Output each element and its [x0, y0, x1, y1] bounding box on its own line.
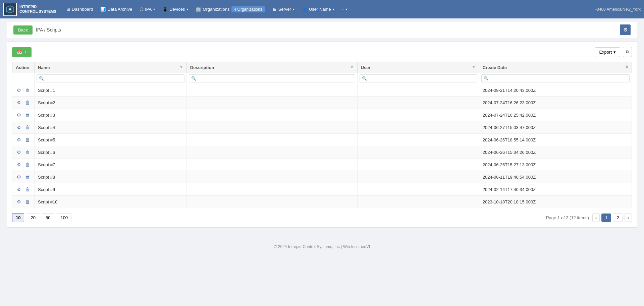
add-script-button[interactable]: 📅 + [12, 47, 32, 57]
brand-logo [3, 3, 17, 16]
action-cell-3: ⚙ 🗑 [12, 121, 35, 134]
nav-user[interactable]: 👤 User Name ▾ [299, 5, 338, 14]
ipa-icon: ⬡ [140, 7, 143, 12]
col-header-name: Name ▼ [35, 62, 187, 73]
nav-data-archive[interactable]: 📊 Data Archive [97, 5, 136, 14]
page-size-100[interactable]: 100 [57, 213, 71, 222]
timezone-display: -0400 America/New_York [595, 7, 641, 12]
page-size-50[interactable]: 50 [42, 213, 54, 222]
date-search-input[interactable] [481, 74, 630, 82]
nav-devices[interactable]: 📱 Devices ▾ [159, 5, 192, 14]
date-cell-7: 2024-06-11T19:40:54.000Z [479, 171, 632, 183]
nav-plus[interactable]: + ▾ [338, 5, 351, 14]
name-search-input[interactable] [37, 74, 184, 82]
action-cell-7: ⚙ 🗑 [12, 171, 35, 183]
delete-button-6[interactable]: 🗑 [24, 161, 31, 168]
gear-button-4[interactable]: ⚙ [16, 136, 22, 143]
main-content: 📅 + Export ▾ ⧉ Action Name ▼ [7, 42, 637, 228]
user-caret: ▾ [333, 7, 334, 11]
gear-button-6[interactable]: ⚙ [16, 161, 22, 168]
user-icon: 👤 [302, 7, 307, 12]
footer: © 2024 Intrepid Control Systems, Inc | W… [0, 238, 644, 256]
date-cell-2: 2024-07-24T16:25:42.000Z [479, 109, 632, 121]
nav-organizations[interactable]: 🏢 Organizations 4 Organizations [192, 4, 268, 14]
description-filter-icon[interactable]: ▼ [350, 65, 354, 69]
calendar-icon: 📅 [17, 50, 22, 55]
back-button[interactable]: Back [13, 25, 33, 35]
gear-button-5[interactable]: ⚙ [16, 148, 22, 156]
breadcrumb-bar: Back IPA / Scripts ⚙ [7, 22, 637, 38]
copy-icon: ⧉ [626, 49, 629, 54]
table-body: ⚙ 🗑 Script #1 2024-08-21T14:20:43.000Z ⚙… [12, 84, 632, 208]
name-cell-2: Script #3 [35, 109, 187, 121]
plus-icon: + [24, 50, 27, 55]
gear-button-2[interactable]: ⚙ [16, 111, 22, 119]
delete-button-1[interactable]: 🗑 [24, 99, 31, 106]
delete-button-8[interactable]: 🗑 [24, 186, 31, 193]
table-row: ⚙ 🗑 Script #6 2024-06-26T15:34:26.000Z [12, 146, 632, 159]
user-filter-icon[interactable]: ▼ [472, 65, 476, 69]
organizations-icon: 🏢 [196, 7, 201, 12]
table-row: ⚙ 🗑 Script #1 2024-08-21T14:20:43.000Z [12, 84, 632, 97]
user-cell-0 [357, 84, 479, 97]
action-cell-8: ⚙ 🗑 [12, 183, 35, 196]
prev-page-button[interactable]: ‹ [592, 213, 600, 222]
name-search-cell [35, 73, 187, 84]
breadcrumb-settings-button[interactable]: ⚙ [620, 24, 631, 35]
pagination-bar: 10 20 50 100 Page 1 of 2 (12 items) ‹ 1 … [12, 213, 632, 222]
plus-caret: ▾ [346, 7, 347, 11]
delete-button-7[interactable]: 🗑 [24, 173, 31, 181]
page-size-10[interactable]: 10 [12, 213, 24, 222]
name-cell-7: Script #8 [35, 171, 187, 183]
page-2-button[interactable]: 2 [613, 213, 623, 222]
nav-dashboard[interactable]: ⊞ Dashboard [63, 5, 97, 14]
delete-button-9[interactable]: 🗑 [24, 198, 31, 205]
gear-button-0[interactable]: ⚙ [16, 86, 22, 94]
organizations-badge: 4 Organizations [231, 6, 265, 12]
description-cell-5 [186, 146, 357, 159]
col-header-user: User ▼ [357, 62, 479, 73]
date-sort-icon[interactable]: ⇅ [625, 65, 628, 69]
date-cell-8: 2024-02-14T17:40:34.000Z [479, 183, 632, 196]
user-cell-7 [357, 171, 479, 183]
delete-button-2[interactable]: 🗑 [24, 111, 31, 119]
name-cell-8: Script #9 [35, 183, 187, 196]
page-info: Page 1 of 2 (12 items) [546, 215, 589, 220]
gear-button-9[interactable]: ⚙ [16, 198, 22, 205]
action-cell-0: ⚙ 🗑 [12, 84, 35, 97]
user-search-input[interactable] [360, 74, 477, 82]
brand-logo-link[interactable]: INTREPID CONTROL SYSTEMS [3, 3, 56, 16]
dashboard-icon: ⊞ [66, 7, 70, 12]
export-button[interactable]: Export ▾ [595, 47, 620, 57]
gear-button-1[interactable]: ⚙ [16, 99, 22, 106]
page-size-20[interactable]: 20 [27, 213, 39, 222]
action-cell-5: ⚙ 🗑 [12, 146, 35, 159]
svg-point-3 [9, 8, 11, 10]
page-1-button[interactable]: 1 [601, 213, 611, 222]
gear-button-3[interactable]: ⚙ [16, 124, 22, 131]
nav-ipa[interactable]: ⬡ IPA ▾ [136, 5, 158, 14]
delete-button-3[interactable]: 🗑 [24, 124, 31, 131]
devices-caret: ▾ [186, 7, 188, 11]
action-cell-1: ⚙ 🗑 [12, 97, 35, 109]
delete-button-4[interactable]: 🗑 [24, 136, 31, 143]
toolbar-right: Export ▾ ⧉ [595, 47, 632, 57]
name-cell-1: Script #2 [35, 97, 187, 109]
user-cell-9 [357, 196, 479, 208]
next-page-button[interactable]: › [625, 213, 632, 222]
date-cell-6: 2024-06-26T15:27:13.000Z [479, 159, 632, 171]
description-cell-0 [186, 84, 357, 97]
delete-button-5[interactable]: 🗑 [24, 148, 31, 156]
devices-icon: 📱 [162, 7, 168, 12]
gear-button-8[interactable]: ⚙ [16, 186, 22, 193]
name-cell-0: Script #1 [35, 84, 187, 97]
table-row: ⚙ 🗑 Script #7 2024-06-26T15:27:13.000Z [12, 159, 632, 171]
copy-button[interactable]: ⧉ [623, 47, 632, 57]
scripts-table: Action Name ▼ Description ▼ User ▼ Creat… [12, 62, 632, 208]
pagination-right: Page 1 of 2 (12 items) ‹ 1 2 › [546, 213, 632, 222]
delete-button-0[interactable]: 🗑 [24, 86, 31, 94]
description-search-input[interactable] [189, 74, 355, 82]
nav-server[interactable]: 🖥 Server ▾ [269, 5, 298, 14]
gear-button-7[interactable]: ⚙ [16, 173, 22, 181]
name-filter-icon[interactable]: ▼ [179, 65, 183, 69]
